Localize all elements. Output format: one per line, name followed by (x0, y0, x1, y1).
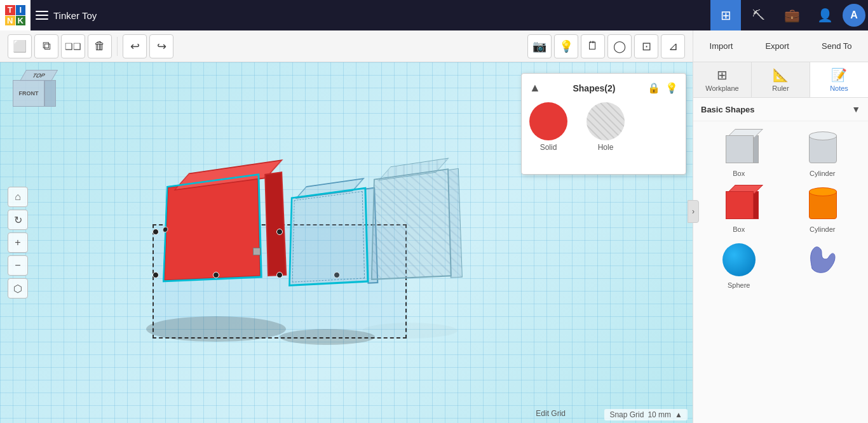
snap-chevron-icon[interactable]: ▲ (675, 410, 682, 419)
duplicate-icon: ❑❑ (65, 41, 81, 51)
box-gray-label: Box (701, 170, 777, 177)
handle-bottom-left[interactable] (153, 272, 159, 278)
zoom-in-button[interactable]: + (8, 232, 28, 253)
cyl-gray-top (809, 131, 837, 140)
snap-grid-control[interactable]: Snap Grid 10 mm ▲ (604, 409, 688, 420)
box-red-preview (717, 185, 761, 223)
align-button[interactable]: ⊡ (634, 34, 658, 58)
tab-notes[interactable]: 📝 Notes (810, 62, 868, 97)
zoom-out-button[interactable]: − (8, 255, 28, 276)
ruler-label: Ruler (772, 84, 789, 92)
import-button[interactable]: Import (701, 36, 742, 57)
shape-item-box-red[interactable]: Box (701, 185, 777, 233)
user-avatar[interactable]: A (843, 4, 865, 27)
top-navigation: T I N K Tinker Toy ⊞ ⛏ 💼 👤 A (0, 0, 868, 30)
hamburger-menu[interactable] (36, 11, 48, 20)
notes-label: Notes (830, 84, 848, 92)
shape-item-wavy[interactable] (785, 241, 861, 289)
send-to-button[interactable]: Send To (813, 36, 860, 57)
camera-button[interactable]: 📷 (527, 34, 552, 58)
notes-toolbar-icon: 🗒 (587, 39, 599, 53)
box-red-label: Box (701, 225, 777, 233)
copy-button[interactable]: ⧉ (34, 34, 58, 58)
hole-option[interactable]: Hole (587, 102, 625, 152)
handle-bottom-center-left[interactable] (213, 272, 219, 278)
edit-grid-label[interactable]: Edit Grid (536, 409, 566, 418)
shapes-popup-title: Shapes(2) (573, 83, 615, 93)
cyan-border-front (163, 173, 262, 282)
shapes-popup-header: ▲ Shapes(2) 🔒 💡 (529, 81, 678, 95)
library-name: Basic Shapes (701, 105, 755, 114)
shapes-button[interactable]: ◯ (607, 34, 632, 58)
solid-option[interactable]: Solid (529, 102, 567, 152)
app-logo[interactable]: T I N K (0, 0, 31, 30)
tab-ruler[interactable]: 📐 Ruler (752, 62, 810, 97)
shape-item-box-gray[interactable]: Box (701, 129, 777, 177)
ghost-box-3d (371, 168, 452, 280)
sphere-shape (722, 243, 756, 276)
title-text: Tinker Toy (53, 10, 97, 21)
handle-mid-top[interactable] (276, 229, 283, 235)
cylinder-gray-label: Cylinder (785, 170, 861, 177)
export-button[interactable]: Export (756, 36, 798, 57)
nav-adduser-button[interactable]: 👤 (810, 0, 840, 30)
hole-box-container[interactable] (286, 189, 369, 285)
wavy-svg (806, 243, 839, 276)
project-title: Tinker Toy (36, 10, 97, 21)
redo-button[interactable]: ↪ (149, 34, 173, 58)
tab-workplane[interactable]: ⊞ Workplane (693, 62, 752, 97)
light-icon: 💡 (559, 39, 573, 53)
mirror-icon: ⊿ (668, 39, 678, 53)
notes-toolbar-button[interactable]: 🗒 (581, 34, 605, 58)
undo-button[interactable]: ↩ (123, 34, 147, 58)
shape-grid: Box Cylinder Box Cylinder (693, 121, 868, 297)
undo-icon: ↩ (130, 39, 140, 53)
visibility-icon[interactable]: 💡 (665, 82, 678, 94)
duplicate-button[interactable]: ❑❑ (61, 34, 85, 58)
new-button[interactable]: ⬜ (8, 34, 32, 58)
box-shadow (146, 316, 286, 342)
shape-item-cylinder-gray[interactable]: Cylinder (785, 129, 861, 177)
shapes-popup-panel: ▲ Shapes(2) 🔒 💡 Solid Hole (521, 73, 686, 175)
perspective-button[interactable]: ⬡ (8, 278, 28, 299)
handle-mid-left[interactable] (153, 229, 159, 235)
lock-icon[interactable]: 🔒 (648, 82, 660, 94)
hole-circle (587, 102, 625, 140)
view-cube[interactable]: TOP FRONT (13, 70, 64, 114)
hole-box-shadow (280, 329, 375, 345)
ghost-shadow (362, 323, 458, 339)
box-gray-preview (717, 129, 761, 167)
logo-t: T (5, 5, 15, 15)
camera-icon: 📷 (532, 39, 546, 53)
home-view-button[interactable]: ⌂ (8, 187, 28, 207)
snap-grid-label: Snap Grid (609, 410, 644, 419)
drag-handle-center[interactable] (253, 248, 261, 255)
toolbar: ⬜ ⧉ ❑❑ 🗑 ↩ ↪ 📷 💡 🗒 ◯ ⊡ ⊿ (0, 30, 693, 62)
cyl-orange-top (809, 187, 837, 196)
redo-icon: ↪ (157, 39, 166, 53)
panel-toggle-button[interactable]: › (688, 200, 699, 223)
nav-briefcase-button[interactable]: 💼 (776, 0, 807, 30)
shape-options: Solid Hole (529, 102, 678, 152)
wavy-shape (806, 243, 839, 276)
nav-grid-button[interactable]: ⊞ (710, 0, 741, 30)
box-red-front (726, 191, 754, 219)
copy-icon: ⧉ (43, 39, 51, 53)
rotate-view-button[interactable]: ↻ (8, 210, 28, 230)
cylinder-orange-preview (800, 185, 844, 223)
mirror-button[interactable]: ⊿ (661, 34, 685, 58)
workplane-icon: ⊞ (717, 67, 728, 83)
right-panel: ⊞ Workplane 📐 Ruler 📝 Notes Basic Shapes… (693, 62, 868, 423)
shapes-library-header: Basic Shapes ▼ (693, 98, 868, 121)
ghost-box-container[interactable] (369, 170, 451, 278)
delete-button[interactable]: 🗑 (88, 34, 112, 58)
nav-build-button[interactable]: ⛏ (743, 0, 774, 30)
collapse-button[interactable]: ▲ (529, 81, 541, 95)
light-button[interactable]: 💡 (554, 34, 578, 58)
library-dropdown-arrow[interactable]: ▼ (851, 104, 860, 114)
shapes-icon: ◯ (613, 39, 626, 53)
red-box-container[interactable] (159, 164, 286, 285)
shape-item-cylinder-orange[interactable]: Cylinder (785, 185, 861, 233)
handle-bottom-center-right[interactable] (276, 272, 283, 278)
shape-item-sphere[interactable]: Sphere (701, 241, 777, 289)
